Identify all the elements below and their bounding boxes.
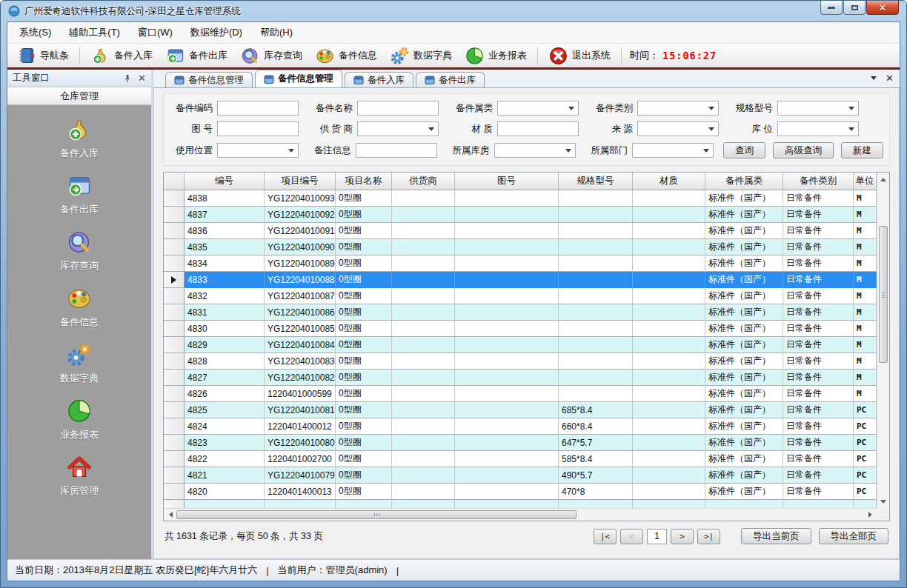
toolbar-business-report-button[interactable]: 业务报表 — [459, 44, 532, 67]
menu-window[interactable]: 窗口(W) — [129, 22, 182, 43]
scroll-up-arrow-icon[interactable] — [877, 173, 889, 184]
col-header-project-name[interactable]: 项目名称 — [336, 173, 392, 190]
table-row[interactable]: 4830 YG12204010085 0型圈 标准件（国产） 日常备件 M — [164, 321, 877, 337]
table-row[interactable]: 4824 1220401400012 0型圈 660*8.4 标准件（国产） 日… — [164, 418, 877, 435]
department-select[interactable] — [632, 143, 714, 158]
table-row[interactable]: 4832 YG12204010087 0型圈 标准件（国产） 日常备件 M — [164, 288, 877, 304]
row-gutter[interactable] — [164, 255, 185, 272]
row-gutter[interactable] — [164, 207, 185, 223]
toolbar-parts-inbound-button[interactable]: 备件入库 — [85, 44, 158, 67]
last-page-button[interactable]: >| — [697, 529, 720, 544]
sidebar-item-stock-search[interactable]: 库存查询 — [60, 229, 99, 273]
col-header-class[interactable]: 备件类别 — [783, 173, 854, 190]
col-header-category[interactable]: 备件属类 — [705, 173, 783, 190]
table-row[interactable]: 4829 YG12204010084 0型圈 标准件（国产） 日常备件 M — [164, 337, 877, 353]
maximize-button[interactable] — [843, 1, 866, 15]
close-button[interactable]: ✕ — [866, 1, 899, 15]
row-gutter[interactable] — [164, 223, 185, 239]
table-row[interactable]: 4835 YG12204010090 0型圈 标准件（国产） 日常备件 M — [164, 239, 877, 255]
new-button[interactable]: 新建 — [841, 142, 883, 158]
table-row[interactable]: 4821 YG12204010079 0型圈 490*5.7 标准件（国产） 日… — [164, 467, 877, 484]
table-row[interactable]: 4833 YG12204010088 0型圈 标准件（国产） 日常备件 M — [164, 272, 877, 288]
row-gutter[interactable] — [164, 435, 185, 451]
row-gutter[interactable] — [164, 402, 185, 418]
export-all-pages-button[interactable]: 导出全部页 — [819, 528, 889, 544]
table-row[interactable]: 4828 YG12204010083 0型圈 标准件（国产） 日常备件 M — [164, 353, 877, 370]
warehouse-select[interactable] — [494, 143, 576, 158]
row-gutter[interactable] — [164, 467, 185, 484]
tool-window-close-icon[interactable]: ✕ — [138, 73, 146, 83]
table-row[interactable]: 4823 YG12204010080 0型圈 647*5.7 标准件（国产） 日… — [164, 435, 877, 451]
table-row[interactable]: 4825 YG12204010081 0型圈 685*8.4 标准件（国产） 日… — [164, 402, 877, 418]
minimize-button[interactable] — [820, 1, 843, 15]
previous-page-button[interactable]: < — [620, 529, 643, 544]
sidebar-item-parts-inbound[interactable]: 备件入库 — [60, 116, 99, 160]
sidebar-item-business-report[interactable]: 业务报表 — [60, 398, 99, 441]
menu-help[interactable]: 帮助(H) — [251, 22, 302, 43]
menu-data-maintenance[interactable]: 数据维护(D) — [182, 22, 251, 43]
pin-icon[interactable] — [123, 74, 132, 83]
sidebar-item-parts-info[interactable]: 备件信息 — [60, 285, 99, 329]
row-gutter[interactable] — [164, 321, 185, 337]
remark-input[interactable] — [356, 143, 437, 158]
menu-system[interactable]: 系统(S) — [10, 22, 60, 43]
toolbar-navigator-button[interactable]: 导航条 — [12, 44, 74, 67]
row-gutter[interactable] — [164, 370, 185, 386]
next-page-button[interactable]: > — [671, 529, 694, 544]
row-gutter[interactable] — [164, 288, 185, 304]
usage-position-select[interactable] — [217, 143, 299, 158]
spare-name-input[interactable] — [357, 101, 439, 116]
row-gutter[interactable] — [164, 500, 185, 508]
current-page-input[interactable]: 1 — [647, 529, 667, 544]
table-row[interactable]: 4826 1220401000599 0型圈 标准件（国产） 日常备件 M — [164, 386, 877, 402]
row-gutter[interactable] — [164, 418, 185, 435]
spare-code-input[interactable] — [217, 101, 299, 116]
row-gutter[interactable] — [164, 386, 185, 402]
toolbar-data-dictionary-button[interactable]: 数据字典 — [385, 44, 457, 67]
warehouse-management-section-header[interactable]: 仓库管理 — [7, 87, 151, 105]
scroll-down-arrow-icon[interactable] — [877, 496, 889, 507]
supplier-select[interactable] — [357, 121, 439, 136]
toolbar-stock-search-button[interactable]: 库存查询 — [235, 44, 308, 67]
tab-parts-info-management-2-active[interactable]: 备件信息管理 — [255, 70, 342, 87]
row-gutter[interactable] — [164, 239, 185, 255]
material-input[interactable] — [497, 121, 579, 136]
scroll-right-arrow-icon[interactable] — [865, 509, 876, 521]
row-gutter[interactable] — [164, 304, 185, 321]
vertical-scrollbar-thumb[interactable] — [879, 226, 888, 363]
sidebar-item-warehouse-management[interactable]: 库房管理 — [60, 454, 99, 498]
sidebar-item-data-dictionary[interactable]: 数据字典 — [60, 341, 99, 385]
menu-tools[interactable]: 辅助工具(T) — [60, 22, 129, 43]
col-header-supplier[interactable]: 供货商 — [392, 173, 455, 190]
toolbar-parts-outbound-button[interactable]: 备件出库 — [160, 44, 233, 67]
row-gutter[interactable] — [164, 353, 185, 370]
table-row[interactable]: 4820 1220401400013 0型圈 470*8 标准件（国产） 日常备… — [164, 484, 877, 500]
horizontal-scrollbar-thumb[interactable] — [176, 510, 577, 519]
query-button[interactable]: 查询 — [723, 142, 765, 158]
drawing-no-input[interactable] — [217, 121, 299, 136]
col-header-spec-model[interactable]: 规格型号 — [559, 173, 633, 190]
row-gutter[interactable] — [164, 272, 185, 288]
tab-close-icon[interactable]: ✕ — [886, 73, 894, 83]
spare-category-select[interactable] — [497, 101, 579, 116]
table-row[interactable]: 4834 YG12204010089 0型圈 标准件（国产） 日常备件 M — [164, 255, 877, 272]
export-current-page-button[interactable]: 导出当前页 — [741, 528, 811, 544]
row-gutter[interactable] — [164, 190, 185, 207]
spare-class-select[interactable] — [637, 101, 719, 116]
col-header-unit[interactable]: 单位 — [854, 173, 877, 190]
table-row[interactable] — [164, 500, 877, 508]
tab-list-chevron-down-icon[interactable] — [871, 76, 877, 83]
first-page-button[interactable]: |< — [594, 529, 617, 544]
table-row[interactable]: 4836 YG12204010091 0型圈 标准件（国产） 日常备件 M — [164, 223, 877, 239]
tab-parts-info-management-1[interactable]: 备件信息管理 — [165, 72, 253, 87]
table-row[interactable]: 4837 YG12204010092 0型圈 标准件（国产） 日常备件 M — [164, 207, 877, 223]
toolbar-exit-button[interactable]: 退出系统 — [543, 44, 616, 67]
spec-model-select[interactable] — [777, 101, 859, 116]
location-select[interactable] — [777, 121, 859, 136]
row-gutter[interactable] — [164, 451, 185, 467]
col-header-material[interactable]: 材质 — [633, 173, 705, 190]
row-gutter[interactable] — [164, 484, 185, 500]
table-row[interactable]: 4822 1220401002700 0型圈 585*8.4 标准件（国产） 日… — [164, 451, 877, 467]
col-header-project-no[interactable]: 项目编号 — [265, 173, 336, 190]
vertical-scrollbar[interactable] — [877, 173, 889, 508]
